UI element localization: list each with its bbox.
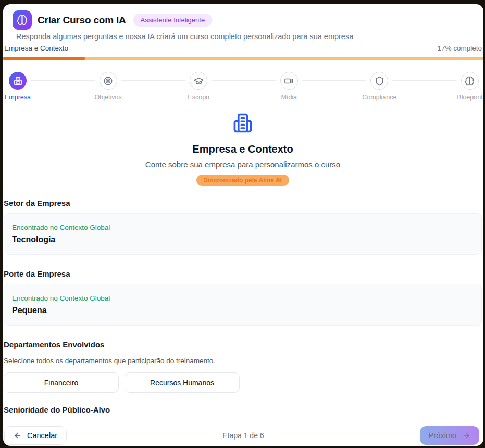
arrow-left-icon — [14, 431, 22, 440]
department-option-financeiro[interactable]: Financeiro — [4, 372, 119, 393]
step-connector — [212, 80, 276, 81]
size-value: Pequena — [12, 306, 474, 315]
step-connector — [121, 80, 186, 81]
step-midia[interactable]: Mídia — [280, 72, 298, 102]
wizard-stepper: Empresa Objetivos Escopo — [3, 60, 483, 102]
progress-bar — [3, 57, 483, 60]
company-building-icon — [231, 111, 254, 134]
shield-icon — [370, 72, 388, 90]
size-source-note: Encontrado no Contexto Global — [12, 294, 474, 302]
next-button-label: Próximo — [429, 431, 456, 440]
step-label: Mídia — [281, 94, 297, 101]
step-escopo[interactable]: Escopo — [190, 72, 207, 102]
departments-options: Financeiro Recursos Humanos — [4, 372, 482, 393]
next-button[interactable]: Próximo — [420, 426, 479, 445]
progress-fill — [3, 57, 85, 60]
sync-badge: Sincronizado pela Aline AI — [196, 175, 289, 186]
step-compliance[interactable]: Compliance — [370, 72, 388, 102]
modal-header: Criar Curso com IA Assistente Inteligent… — [3, 4, 483, 41]
building-icon — [9, 72, 27, 90]
step-subheading: Conte sobre sua empresa para personaliza… — [4, 160, 482, 169]
sector-source-note: Encontrado no Contexto Global — [12, 223, 474, 231]
target-icon — [100, 72, 117, 90]
cancel-button[interactable]: Cancelar — [4, 426, 67, 445]
cancel-button-label: Cancelar — [27, 431, 57, 440]
step-label: Objetivos — [95, 94, 122, 101]
size-field-label: Porte da Empresa — [4, 269, 482, 278]
modal-subtitle: Responda algumas perguntas e nossa IA cr… — [13, 32, 474, 41]
progress-stage-label: Empresa e Contexto — [4, 44, 68, 52]
sector-field-label: Setor da Empresa — [4, 198, 482, 207]
ai-brain-icon — [13, 10, 32, 30]
step-objetivos[interactable]: Objetivos — [100, 72, 117, 102]
assistant-badge: Assistente Inteligente — [133, 14, 213, 27]
progress-labels: Empresa e Contexto 17% completo — [3, 41, 483, 52]
sector-context-card: Encontrado no Contexto Global Tecnologia — [4, 213, 482, 255]
department-option-recursos-humanos[interactable]: Recursos Humanos — [125, 372, 240, 393]
step-label: Blueprint — [457, 94, 482, 101]
step-label: Escopo — [188, 94, 209, 101]
brain-icon — [461, 72, 479, 90]
step-connector — [31, 80, 95, 81]
seniority-field-label: Senioridade do Público-Alvo — [4, 405, 482, 414]
progress-percent-label: 17% completo — [437, 44, 482, 52]
create-course-modal: Criar Curso com IA Assistente Inteligent… — [3, 4, 483, 446]
departments-field-label: Departamentos Envolvidos — [4, 340, 482, 349]
step-label: Compliance — [362, 94, 396, 101]
step-indicator: Etapa 1 de 6 — [67, 431, 420, 440]
graduation-cap-icon — [190, 72, 207, 90]
modal-footer: Cancelar Etapa 1 de 6 Próximo — [3, 422, 483, 446]
step-connector — [302, 80, 367, 81]
step-empresa[interactable]: Empresa — [9, 72, 27, 102]
step-blueprint[interactable]: Blueprint — [461, 72, 479, 102]
step-label: Empresa — [5, 94, 31, 101]
size-context-card: Encontrado no Contexto Global Pequena — [4, 284, 482, 326]
step-content: Empresa e Contexto Conte sobre sua empre… — [3, 102, 483, 422]
modal-title: Criar Curso com IA — [38, 15, 126, 26]
departments-description: Selecione todos os departamentos que par… — [4, 357, 482, 365]
arrow-right-icon — [462, 431, 470, 440]
video-camera-icon — [280, 72, 298, 90]
step-heading: Empresa e Contexto — [4, 143, 482, 155]
sector-value: Tecnologia — [12, 235, 474, 244]
step-connector — [392, 80, 457, 81]
